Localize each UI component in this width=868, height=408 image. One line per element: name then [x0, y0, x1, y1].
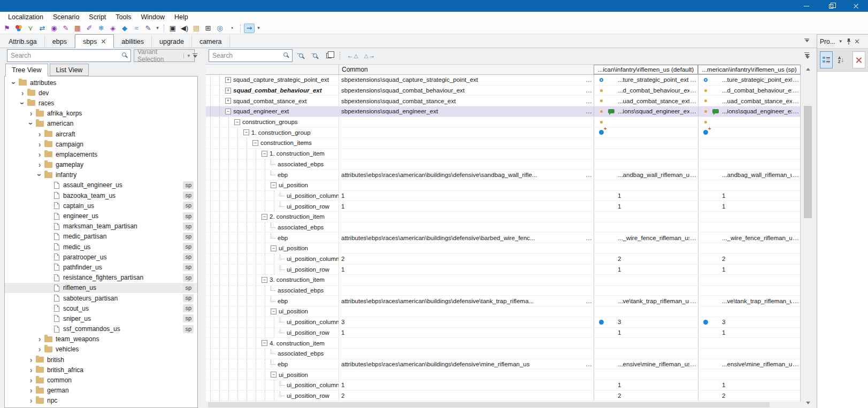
common-cell[interactable]: 1 — [339, 201, 594, 211]
view-tab-tree-view[interactable]: Tree View — [5, 64, 48, 76]
horizontal-scrollbar[interactable] — [206, 402, 801, 408]
value-cell[interactable]: 1 — [594, 328, 698, 338]
common-cell[interactable] — [339, 212, 594, 222]
swap-arrows-icon[interactable]: ⇄ — [37, 24, 48, 33]
value-cell[interactable] — [594, 138, 698, 148]
tree-item-paratrooper-us[interactable]: paratrooper_ussp — [5, 252, 197, 262]
expand-button[interactable]: + — [225, 77, 231, 83]
droplet-icon[interactable]: ◆ — [119, 24, 130, 33]
dropdown-icon[interactable]: ▾ — [256, 24, 262, 33]
menu-item-window[interactable]: Window — [136, 13, 170, 21]
tree-item-german[interactable]: ›german — [5, 386, 197, 396]
tree-item-aircraft[interactable]: ›aircraft — [5, 129, 197, 139]
common-cell[interactable] — [339, 338, 594, 348]
common-cell[interactable] — [339, 275, 594, 285]
table-row[interactable]: ui_position_row111 — [206, 328, 800, 338]
value-cell[interactable] — [698, 212, 801, 222]
tree-item-afrika-korps[interactable]: ›afrika_korps — [5, 109, 197, 119]
tab-overflow-button[interactable] — [804, 39, 809, 42]
tree-item-dev[interactable]: ›dev — [5, 88, 197, 98]
chevron-collapsed-icon[interactable]: › — [27, 366, 35, 374]
table-row[interactable]: ui_position_column111 — [206, 380, 800, 391]
table-row[interactable]: −ui_position — [206, 180, 800, 191]
value-cell[interactable] — [698, 159, 801, 170]
vertical-scrollbar[interactable] — [803, 64, 812, 408]
more-button[interactable]: … — [585, 109, 593, 113]
dropdown-icon[interactable]: ▾ — [155, 24, 160, 33]
value-cell[interactable]: 1 — [698, 328, 801, 338]
table-row[interactable]: ebpattributes\ebps\races\american\buildi… — [206, 359, 800, 370]
more-button[interactable]: … — [689, 78, 697, 82]
common-cell[interactable] — [339, 127, 594, 137]
chevron-down-icon[interactable]: ▼ — [839, 39, 843, 44]
common-cell[interactable]: sbpextensions\squad_combat_behaviour_ext… — [339, 86, 594, 96]
value-cell[interactable] — [698, 338, 801, 348]
value-cell[interactable]: 2 — [698, 254, 801, 264]
palette-icon[interactable] — [13, 24, 24, 33]
table-row[interactable]: −ui_position — [206, 306, 800, 317]
value-cell[interactable]: 1 — [698, 264, 801, 274]
tree-item-ssf-commandos-us[interactable]: ssf_commandos_ussp — [5, 324, 197, 334]
close-button[interactable] — [843, 0, 868, 12]
next-difference-button[interactable]: △→ — [363, 50, 377, 61]
tree-item-riflemen-us[interactable]: riflemen_ussp — [5, 283, 197, 293]
more-button[interactable]: … — [689, 362, 697, 366]
table-row[interactable]: +squad_combat_behaviour_extsbpextensions… — [206, 86, 800, 96]
tree-item-common[interactable]: ›common — [5, 375, 197, 385]
sprout-icon[interactable]: ⋎ — [25, 24, 36, 33]
more-button[interactable]: … — [792, 236, 800, 240]
value-cell[interactable]: ...ions\squad_engineer_ext… — [698, 106, 801, 117]
brush-tool-icon[interactable]: ⇝ — [244, 24, 255, 33]
more-button[interactable]: … — [792, 109, 800, 113]
value-cell[interactable]: ...uad_combat_stance_ext… — [594, 96, 698, 106]
value-cell[interactable] — [594, 349, 698, 359]
column-header-common[interactable]: Common — [339, 65, 594, 74]
more-button[interactable]: … — [585, 173, 593, 177]
more-button[interactable]: … — [585, 88, 593, 93]
menu-item-tools[interactable]: Tools — [111, 13, 136, 21]
tree-item-resistance-fighters-partisan[interactable]: resistance_fighters_partisansp — [5, 273, 197, 283]
more-button[interactable]: … — [792, 88, 800, 93]
close-panel-button[interactable] — [855, 39, 859, 44]
variant-selection-dropdown[interactable]: Variant Selection ▼ — [134, 49, 195, 62]
table-row[interactable]: −ui_position — [206, 243, 800, 254]
chevron-collapsed-icon[interactable]: › — [36, 161, 43, 168]
collapse-button[interactable]: − — [262, 340, 267, 346]
value-cell[interactable] — [698, 149, 801, 159]
table-row[interactable]: associated_ebps — [206, 159, 800, 170]
tab-upgrade[interactable]: upgrade — [152, 35, 192, 48]
value-cell[interactable] — [594, 275, 698, 285]
tree-item-team-weapons[interactable]: ›team_weapons — [5, 334, 197, 344]
common-cell[interactable]: 3 — [339, 317, 594, 327]
common-cell[interactable] — [339, 286, 594, 296]
common-cell[interactable] — [339, 306, 594, 317]
value-cell[interactable]: ...d_combat_behaviour_ext… — [698, 86, 801, 96]
common-cell[interactable]: sbpextensions\squad_capture_strategic_po… — [339, 75, 594, 85]
more-button[interactable]: … — [689, 88, 697, 93]
table-row[interactable]: ebpattributes\ebps\races\american\buildi… — [206, 233, 800, 243]
value-cell[interactable] — [594, 369, 698, 380]
chevron-collapsed-icon[interactable]: › — [27, 376, 35, 384]
image-icon[interactable]: ▤ — [191, 24, 202, 33]
chevron-collapsed-icon[interactable]: › — [27, 387, 35, 394]
restore-button[interactable] — [819, 0, 843, 12]
table-row[interactable]: −construction_items — [206, 138, 800, 149]
value-cell[interactable] — [698, 369, 801, 380]
tree-item-assault-engineer-us[interactable]: assault_engineer_ussp — [5, 180, 197, 190]
tree-item-attributes[interactable]: ›attributes — [5, 78, 197, 88]
value-cell[interactable] — [594, 159, 698, 170]
value-cell[interactable]: ...ensive\mine_rifleman_us… — [594, 359, 698, 369]
find-previous-button[interactable]: ← — [296, 50, 306, 61]
collapse-button[interactable]: − — [271, 245, 276, 251]
chevron-expanded-icon[interactable]: › — [36, 171, 43, 179]
find-next-button[interactable]: → — [310, 50, 320, 61]
menu-item-help[interactable]: Help — [170, 13, 193, 21]
scroll-down-button[interactable] — [803, 399, 812, 407]
more-button[interactable]: … — [585, 299, 593, 303]
value-cell[interactable]: ...andbag_wall_rifleman_us… — [594, 170, 698, 180]
common-cell[interactable]: sbpextensions\squad_engineer_ext… — [339, 106, 594, 117]
tree-item-marksman-team-partisan[interactable]: marksman_team_partisansp — [5, 221, 197, 232]
tab-ebps[interactable]: ebps — [45, 35, 75, 48]
tab-camera[interactable]: camera — [192, 35, 230, 48]
value-cell[interactable] — [698, 180, 801, 190]
